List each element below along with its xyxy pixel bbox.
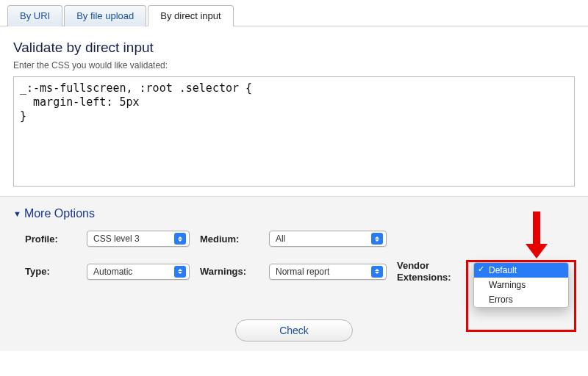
chevron-down-icon: ▼ [13, 209, 21, 218]
medium-select-value: All [276, 234, 285, 244]
options-grid: Profile: CSS level 3 Medium: All Type: A… [13, 231, 575, 283]
vendor-extensions-label: Vendor Extensions: [397, 260, 463, 283]
tab-by-direct-input[interactable]: By direct input [148, 5, 233, 26]
more-options-section: ▼ More Options Profile: CSS level 3 Medi… [0, 197, 588, 351]
type-label: Type: [25, 266, 76, 277]
warnings-select[interactable]: Normal report [269, 264, 387, 280]
panel-heading: Validate by direct input [13, 40, 575, 56]
tab-by-uri[interactable]: By URI [7, 5, 62, 26]
vendor-extensions-dropdown[interactable]: Default Warnings Errors [473, 262, 569, 308]
profile-select-value: CSS level 3 [93, 234, 140, 244]
direct-input-panel: Validate by direct input Enter the CSS y… [0, 26, 588, 197]
select-stepper-icon [174, 266, 186, 278]
select-stepper-icon [371, 266, 383, 278]
profile-select[interactable]: CSS level 3 [87, 231, 190, 247]
vendor-ext-option-warnings[interactable]: Warnings [474, 278, 568, 292]
type-select-value: Automatic [93, 267, 132, 277]
more-options-toggle[interactable]: ▼ More Options [13, 207, 575, 220]
vendor-ext-option-errors[interactable]: Errors [474, 292, 568, 307]
medium-select[interactable]: All [269, 231, 387, 247]
type-select[interactable]: Automatic [87, 264, 190, 280]
css-input-textarea[interactable] [13, 76, 575, 187]
select-stepper-icon [174, 233, 186, 245]
tab-by-file-upload[interactable]: By file upload [64, 5, 146, 26]
panel-instruction: Enter the CSS you would like validated: [13, 60, 575, 70]
more-options-label: More Options [24, 207, 95, 220]
vendor-ext-option-default[interactable]: Default [474, 263, 568, 278]
check-button[interactable]: Check [235, 319, 353, 341]
warnings-select-value: Normal report [276, 267, 329, 277]
select-stepper-icon [371, 233, 383, 245]
medium-label: Medium: [200, 234, 259, 245]
tabs-bar: By URI By file upload By direct input [0, 0, 588, 26]
profile-label: Profile: [25, 234, 76, 245]
warnings-label: Warnings: [200, 266, 259, 277]
